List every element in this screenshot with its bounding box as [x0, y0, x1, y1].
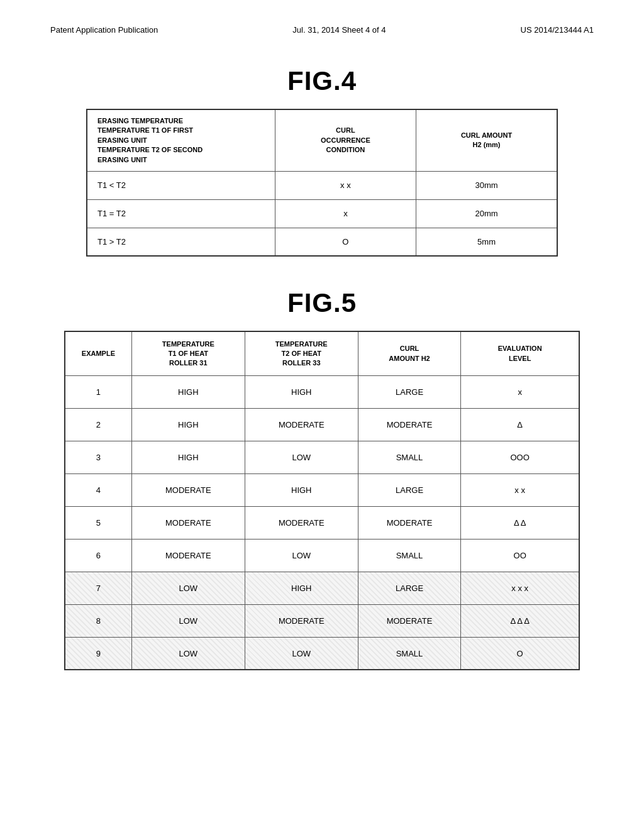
fig5-table: EXAMPLE TEMPERATURET1 OF HEATROLLER 31 T…	[64, 331, 580, 670]
table-cell: LARGE	[358, 572, 461, 604]
table-cell: 5	[65, 506, 131, 539]
table-cell: MODERATE	[245, 408, 358, 441]
header-right: US 2014/213444 A1	[521, 25, 594, 35]
table-row: 4MODERATEHIGHLARGEx x	[65, 473, 579, 506]
table-cell: MODERATE	[131, 506, 245, 539]
table-cell: T1 < T2	[87, 171, 275, 199]
table-row: 1HIGHHIGHLARGEx	[65, 375, 579, 408]
fig5-col1-header: EXAMPLE	[65, 331, 131, 375]
fig4-title: FIG.4	[50, 66, 594, 96]
table-cell: HIGH	[131, 375, 245, 408]
table-cell: MODERATE	[245, 604, 358, 637]
fig4-col1-header: ERASING TEMPERATURETEMPERATURE T1 OF FIR…	[87, 109, 275, 171]
table-cell: 7	[65, 572, 131, 604]
table-cell: HIGH	[131, 441, 245, 473]
table-row: T1 > T2O5mm	[87, 228, 557, 256]
table-cell: Δ Δ	[461, 506, 579, 539]
table-cell: T1 > T2	[87, 228, 275, 256]
table-row: 2HIGHMODERATEMODERATEΔ	[65, 408, 579, 441]
table-cell: x x	[461, 473, 579, 506]
fig5-title: FIG.5	[50, 288, 594, 318]
table-cell: SMALL	[358, 637, 461, 670]
table-cell: MODERATE	[358, 408, 461, 441]
fig4-header-row: ERASING TEMPERATURETEMPERATURE T1 OF FIR…	[87, 109, 557, 171]
table-cell: OOO	[461, 441, 579, 473]
page-header: Patent Application Publication Jul. 31, …	[50, 25, 594, 35]
table-row: 3HIGHLOWSMALLOOO	[65, 441, 579, 473]
fig5-col4-header: CURLAMOUNT H2	[358, 331, 461, 375]
table-cell: LOW	[245, 637, 358, 670]
header-left: Patent Application Publication	[50, 25, 158, 35]
table-cell: LOW	[131, 572, 245, 604]
table-cell: HIGH	[245, 375, 358, 408]
table-cell: 8	[65, 604, 131, 637]
fig4-container: FIG.4 ERASING TEMPERATURETEMPERATURE T1 …	[50, 66, 594, 257]
table-cell: LOW	[131, 637, 245, 670]
table-cell: T1 = T2	[87, 199, 275, 228]
table-cell: HIGH	[245, 572, 358, 604]
table-row: 7LOWHIGHLARGEx x x	[65, 572, 579, 604]
table-row: 8LOWMODERATEMODERATEΔ Δ Δ	[65, 604, 579, 637]
table-cell: LARGE	[358, 375, 461, 408]
table-cell: 20mm	[416, 199, 557, 228]
table-cell: LARGE	[358, 473, 461, 506]
table-cell: HIGH	[131, 408, 245, 441]
table-row: T1 < T2x x30mm	[87, 171, 557, 199]
table-cell: SMALL	[358, 539, 461, 572]
table-cell: MODERATE	[131, 473, 245, 506]
table-cell: x	[275, 199, 416, 228]
fig5-col5-header: EVALUATIONLEVEL	[461, 331, 579, 375]
table-row: T1 = T2x20mm	[87, 199, 557, 228]
page: Patent Application Publication Jul. 31, …	[0, 0, 644, 830]
header-middle: Jul. 31, 2014 Sheet 4 of 4	[292, 25, 386, 35]
fig5-container: FIG.5 EXAMPLE TEMPERATURET1 OF HEATROLLE…	[50, 288, 594, 670]
table-cell: 4	[65, 473, 131, 506]
table-row: 6MODERATELOWSMALLOO	[65, 539, 579, 572]
table-cell: 1	[65, 375, 131, 408]
fig5-col3-header: TEMPERATURET2 OF HEATROLLER 33	[245, 331, 358, 375]
fig5-col2-header: TEMPERATURET1 OF HEATROLLER 31	[131, 331, 245, 375]
table-row: 9LOWLOWSMALLO	[65, 637, 579, 670]
table-cell: LOW	[131, 604, 245, 637]
table-cell: 6	[65, 539, 131, 572]
table-row: 5MODERATEMODERATEMODERATEΔ Δ	[65, 506, 579, 539]
table-cell: 5mm	[416, 228, 557, 256]
table-cell: LOW	[245, 441, 358, 473]
table-cell: OO	[461, 539, 579, 572]
table-cell: LOW	[245, 539, 358, 572]
table-cell: x	[461, 375, 579, 408]
table-cell: 2	[65, 408, 131, 441]
table-cell: Δ	[461, 408, 579, 441]
table-cell: Δ Δ Δ	[461, 604, 579, 637]
table-cell: MODERATE	[358, 506, 461, 539]
table-cell: MODERATE	[245, 506, 358, 539]
fig4-col2-header: CURLOCCURRENCECONDITION	[275, 109, 416, 171]
table-cell: O	[461, 637, 579, 670]
table-cell: x x x	[461, 572, 579, 604]
table-cell: 30mm	[416, 171, 557, 199]
table-cell: x x	[275, 171, 416, 199]
table-cell: HIGH	[245, 473, 358, 506]
fig4-table: ERASING TEMPERATURETEMPERATURE T1 OF FIR…	[86, 109, 558, 257]
table-cell: 9	[65, 637, 131, 670]
table-cell: 3	[65, 441, 131, 473]
fig5-header-row: EXAMPLE TEMPERATURET1 OF HEATROLLER 31 T…	[65, 331, 579, 375]
table-cell: MODERATE	[358, 604, 461, 637]
fig4-col3-header: CURL AMOUNTH2 (mm)	[416, 109, 557, 171]
table-cell: MODERATE	[131, 539, 245, 572]
table-cell: SMALL	[358, 441, 461, 473]
table-cell: O	[275, 228, 416, 256]
